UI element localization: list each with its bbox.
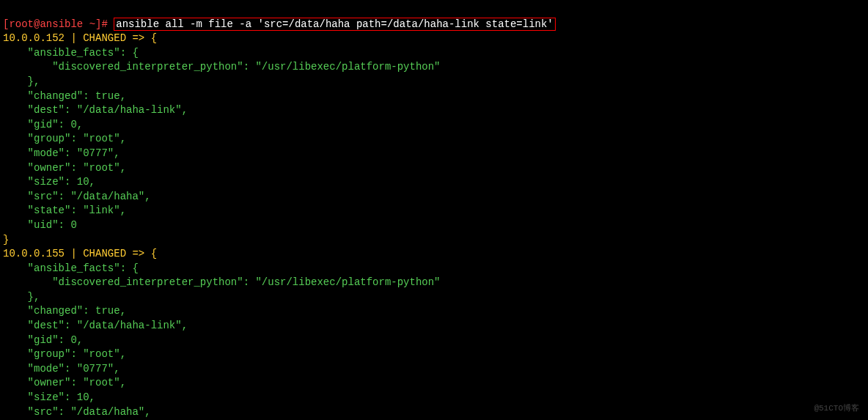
output-line: "owner": "root",: [3, 162, 126, 174]
output-line: "gid": 0,: [3, 334, 83, 346]
output-line: "group": "root",: [3, 133, 126, 144]
output-line: "discovered_interpreter_python": "/usr/l…: [3, 276, 441, 288]
output-line: "dest": "/data/haha-link",: [3, 104, 188, 116]
output-line: "mode": "0777",: [3, 147, 120, 159]
output-line: "ansible_facts": {: [3, 47, 139, 59]
output-line: "mode": "0777",: [3, 363, 120, 375]
output-line: "discovered_interpreter_python": "/usr/l…: [3, 61, 441, 73]
output-line: "ansible_facts": {: [3, 262, 139, 274]
output-line: },: [3, 75, 40, 87]
terminal-output: [root@ansible ~]# ansible all -m file -a…: [3, 3, 865, 420]
output-line: "changed": true,: [3, 90, 126, 102]
host2-header: 10.0.0.155 | CHANGED => {: [3, 248, 157, 259]
output-line: "owner": "root",: [3, 377, 126, 388]
output-line: "src": "/data/haha",: [3, 406, 151, 418]
command-text[interactable]: ansible all -m file -a 'src=/data/haha p…: [116, 18, 553, 30]
host1-header: 10.0.0.152 | CHANGED => {: [3, 32, 157, 44]
prompt-line: [root@ansible ~]# ansible all -m file -a…: [3, 18, 556, 31]
prompt-path: ~: [83, 18, 95, 30]
watermark-text: @51CTO博客: [814, 403, 859, 414]
output-line: "changed": true,: [3, 305, 126, 317]
output-line: }: [3, 234, 9, 246]
output-line: "uid": 0: [3, 219, 77, 231]
command-highlight-box: ansible all -m file -a 'src=/data/haha p…: [114, 18, 556, 31]
output-line: "src": "/data/haha",: [3, 191, 151, 202]
output-line: },: [3, 291, 40, 303]
output-line: "dest": "/data/haha-link",: [3, 320, 188, 331]
output-line: "state": "link",: [3, 205, 126, 216]
output-line: "size": 10,: [3, 176, 95, 188]
output-line: "gid": 0,: [3, 119, 83, 130]
prompt-hash: #: [101, 18, 114, 30]
prompt-user: root: [9, 18, 34, 30]
output-line: "group": "root",: [3, 348, 126, 360]
output-line: "size": 10,: [3, 391, 95, 403]
prompt-host: ansible: [40, 18, 83, 30]
